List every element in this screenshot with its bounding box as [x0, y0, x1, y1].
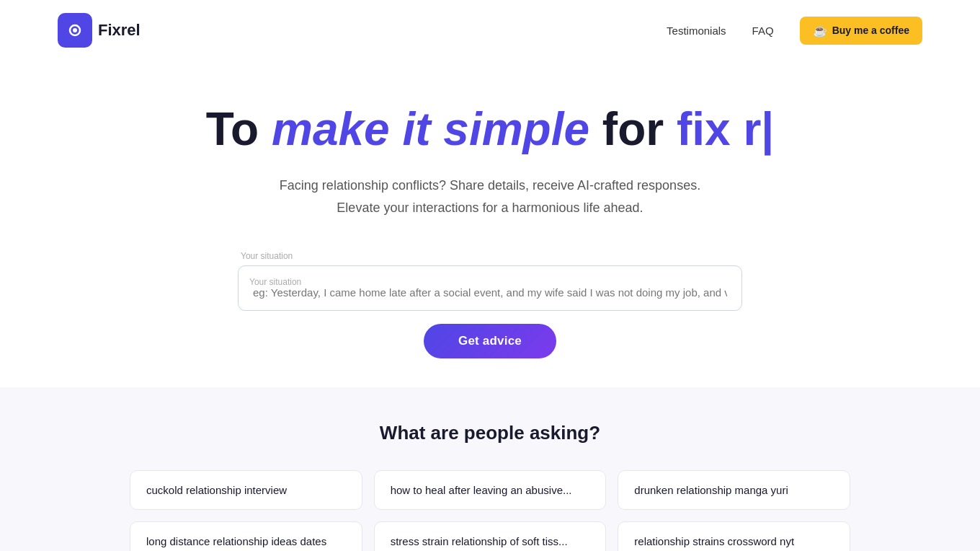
input-container: Your situation: [238, 265, 742, 311]
hero-title-it: it: [402, 103, 443, 155]
tag-long-distance[interactable]: long distance relationship ideas dates: [130, 521, 362, 551]
tag-heal-after-leaving[interactable]: how to heal after leaving an abusive...: [374, 470, 607, 510]
navbar: Fixrel Testimonials FAQ ☕ Buy me a coffe…: [0, 0, 980, 61]
hero-title-for: for: [602, 103, 677, 155]
logo-icon: [58, 13, 92, 48]
hero-title-prefix: To: [206, 103, 272, 155]
hero-title-make: make: [272, 103, 402, 155]
logo-text: Fixrel: [98, 21, 141, 40]
hero-title: To make it simple for fix r|: [206, 104, 774, 154]
situation-form: Your situation Your situation Get advice: [238, 251, 742, 358]
hero-title-fix: fix r|: [677, 103, 774, 155]
nav-testimonials[interactable]: Testimonials: [667, 25, 726, 37]
input-label: Your situation: [241, 251, 742, 261]
input-wrapper: Your situation Your situation: [238, 251, 742, 311]
buy-coffee-button[interactable]: ☕ Buy me a coffee: [800, 17, 922, 45]
section-title: What are people asking?: [58, 422, 922, 444]
coffee-icon: ☕: [813, 24, 827, 38]
nav-faq[interactable]: FAQ: [752, 25, 774, 37]
buy-coffee-label: Buy me a coffee: [832, 25, 909, 36]
hero-subtitle-line2: Elevate your interactions for a harmonio…: [337, 200, 643, 215]
tag-drunken-relationship[interactable]: drunken relationship manga yuri: [618, 470, 850, 510]
people-asking-section: What are people asking? cuckold relation…: [0, 387, 980, 551]
svg-point-2: [73, 28, 77, 32]
hero-title-simple: simple: [443, 103, 602, 155]
tag-cuckold-relationship[interactable]: cuckold relationship interview: [130, 470, 362, 510]
hero-subtitle: Facing relationship conflicts? Share det…: [280, 175, 700, 219]
situation-input[interactable]: [238, 265, 742, 311]
nav-links: Testimonials FAQ ☕ Buy me a coffee: [667, 17, 922, 45]
get-advice-button[interactable]: Get advice: [424, 324, 556, 358]
logo[interactable]: Fixrel: [58, 13, 141, 48]
tag-relationship-strains-crossword[interactable]: relationship strains crossword nyt: [618, 521, 850, 551]
tag-stress-strain[interactable]: stress strain relationship of soft tiss.…: [374, 521, 607, 551]
hero-section: To make it simple for fix r| Facing rela…: [0, 61, 980, 387]
hero-subtitle-line1: Facing relationship conflicts? Share det…: [280, 178, 700, 193]
tags-grid: cuckold relationship interview how to he…: [130, 470, 850, 551]
